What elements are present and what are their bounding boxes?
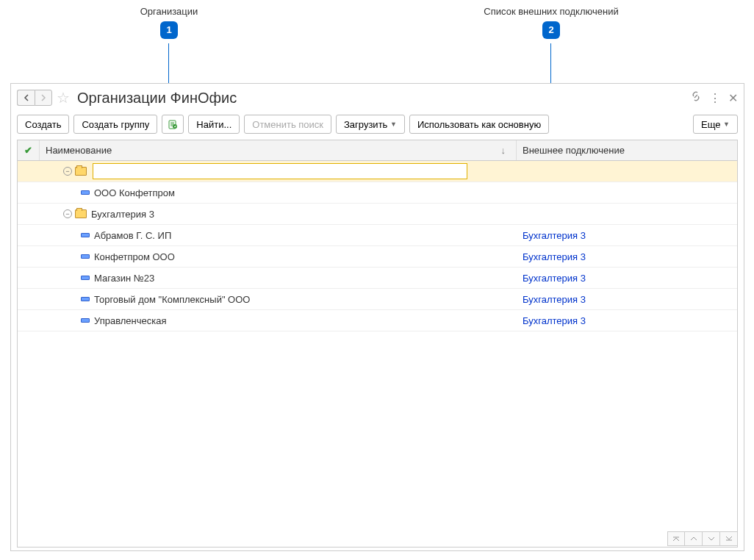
row-name: Конфетпром ООО — [94, 251, 175, 262]
sort-indicator-icon: ↓ — [501, 145, 506, 156]
row-name: Абрамов Г. С. ИП — [94, 230, 171, 241]
expand-toggle-icon[interactable]: − — [63, 209, 72, 218]
col-connection[interactable]: Внешнее подключение — [517, 140, 737, 160]
table-row[interactable]: ООО Конфетпром — [18, 182, 737, 204]
link-icon[interactable] — [690, 90, 702, 105]
annotation-organizations: Организации 1 — [103, 6, 235, 39]
item-icon — [81, 318, 90, 323]
col-check[interactable]: ✔ — [18, 140, 40, 160]
connection-link[interactable]: Бухгалтерия 3 — [523, 315, 586, 326]
table: ✔ Наименование ↓ Внешнее подключение −ОО… — [17, 140, 738, 548]
item-icon — [81, 297, 90, 301]
footer-nav — [667, 531, 738, 546]
main-window: ☆ Организации ФинОфис ⋮ ✕ Создать Создат… — [10, 83, 744, 551]
use-as-main-button[interactable]: Использовать как основную — [409, 115, 549, 134]
table-body: −ООО Конфетпром−Бухгалтерия 3Абрамов Г. … — [18, 161, 737, 331]
scroll-down-button[interactable] — [703, 531, 720, 546]
item-icon — [81, 276, 90, 280]
annotation-connections: Список внешних подключений 2 — [448, 6, 654, 39]
nav-forward-button[interactable] — [35, 90, 52, 106]
table-header: ✔ Наименование ↓ Внешнее подключение — [18, 140, 737, 161]
col-name[interactable]: Наименование ↓ — [40, 140, 517, 160]
connection-link[interactable]: Бухгалтерия 3 — [523, 230, 586, 241]
nav-back-button[interactable] — [17, 90, 35, 106]
menu-dots-icon[interactable]: ⋮ — [709, 91, 721, 105]
connection-link[interactable]: Бухгалтерия 3 — [523, 251, 586, 262]
item-icon — [81, 190, 90, 195]
table-row[interactable]: − — [18, 161, 737, 182]
svg-point-1 — [173, 124, 177, 129]
table-row[interactable]: Торговый дом "Комплексный" ОООБухгалтери… — [18, 289, 737, 310]
item-icon — [81, 254, 90, 259]
table-row[interactable]: Магазин №23Бухгалтерия 3 — [18, 268, 737, 289]
row-name: Магазин №23 — [94, 273, 154, 284]
cancel-search-button[interactable]: Отменить поиск — [244, 115, 331, 134]
load-button[interactable]: Загрузить ▼ — [336, 115, 405, 134]
folder-icon — [75, 209, 87, 218]
row-name: Бухгалтерия 3 — [91, 209, 154, 220]
titlebar: ☆ Организации ФинОфис ⋮ ✕ — [11, 84, 744, 112]
favorite-star-icon[interactable]: ☆ — [57, 89, 70, 107]
table-row[interactable]: УправленческаяБухгалтерия 3 — [18, 310, 737, 331]
folder-icon — [75, 167, 87, 176]
connection-link[interactable]: Бухгалтерия 3 — [523, 294, 586, 305]
scroll-bottom-button[interactable] — [720, 531, 738, 546]
more-button[interactable]: Еще ▼ — [693, 115, 738, 134]
row-name: ООО Конфетпром — [94, 187, 175, 198]
row-name: Торговый дом "Комплексный" ООО — [94, 294, 250, 305]
toolbar: Создать Создать группу Найти... Отменить… — [11, 112, 744, 140]
table-row[interactable]: −Бухгалтерия 3 — [18, 204, 737, 225]
connection-link[interactable]: Бухгалтерия 3 — [523, 273, 586, 284]
create-group-button[interactable]: Создать группу — [73, 115, 157, 134]
row-name: Управленческая — [94, 315, 167, 326]
close-icon[interactable]: ✕ — [728, 91, 738, 105]
find-button[interactable]: Найти... — [188, 115, 240, 134]
item-icon — [81, 233, 90, 237]
scroll-top-button[interactable] — [667, 531, 685, 546]
window-title: Организации ФинОфис — [77, 90, 237, 107]
table-row[interactable]: Абрамов Г. С. ИПБухгалтерия 3 — [18, 225, 737, 246]
create-button[interactable]: Создать — [17, 115, 69, 134]
group-name-input[interactable] — [93, 163, 467, 179]
expand-toggle-icon[interactable]: − — [63, 167, 72, 176]
scroll-up-button[interactable] — [685, 531, 703, 546]
table-row[interactable]: Конфетпром ОООБухгалтерия 3 — [18, 246, 737, 268]
refresh-button[interactable] — [162, 115, 184, 134]
